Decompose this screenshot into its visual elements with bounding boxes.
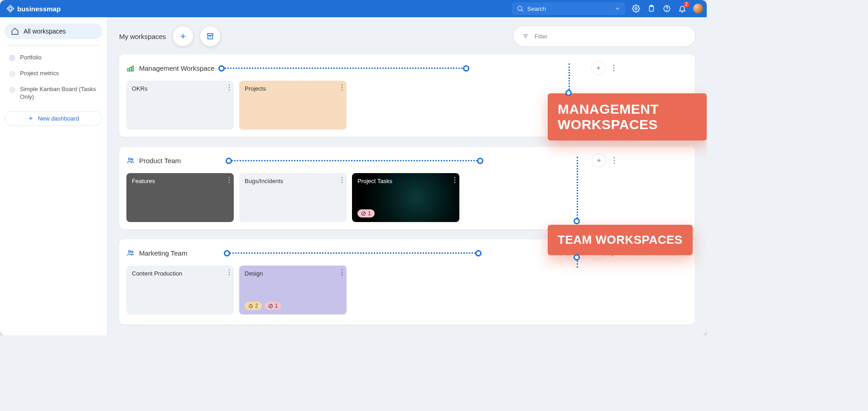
svg-point-49 xyxy=(129,251,131,253)
help-button[interactable] xyxy=(662,4,671,13)
blocked-badge: 1 xyxy=(265,302,282,310)
more-vertical-icon xyxy=(454,177,456,183)
svg-rect-18 xyxy=(130,68,132,71)
svg-point-24 xyxy=(613,70,615,72)
sidebar-item-project-metrics[interactable]: Project metrics xyxy=(5,67,102,80)
connector-ring xyxy=(574,218,580,224)
gear-icon xyxy=(632,5,640,13)
svg-point-43 xyxy=(342,182,342,183)
board-bugs-incidents[interactable]: Bugs/Incidents xyxy=(239,173,347,222)
workspace-title[interactable]: Marketing Team xyxy=(139,249,187,257)
topbar: businessmap Search 2 xyxy=(0,0,707,17)
board-more-button[interactable] xyxy=(228,84,230,91)
more-vertical-icon xyxy=(228,84,230,91)
notifications-button[interactable]: 2 xyxy=(678,4,687,13)
workspace-more-button[interactable] xyxy=(610,62,617,74)
svg-point-26 xyxy=(229,87,230,88)
team-icon xyxy=(126,249,135,257)
settings-button[interactable] xyxy=(632,4,641,13)
svg-rect-17 xyxy=(127,69,129,71)
board-title: Features xyxy=(132,178,228,184)
add-board-button[interactable] xyxy=(592,153,606,168)
board-title: Design xyxy=(245,270,341,277)
block-icon xyxy=(361,211,366,216)
brand[interactable]: businessmap xyxy=(6,5,61,13)
workspace-more-button[interactable] xyxy=(611,154,618,167)
divider xyxy=(7,45,100,46)
svg-line-48 xyxy=(362,212,365,215)
board-more-button[interactable] xyxy=(228,177,230,183)
svg-point-32 xyxy=(131,159,133,160)
svg-point-22 xyxy=(613,65,615,66)
svg-point-29 xyxy=(342,87,342,88)
svg-point-60 xyxy=(342,272,342,273)
sidebar-item-label: Project metrics xyxy=(20,70,59,77)
filter-icon xyxy=(522,33,529,40)
more-vertical-icon xyxy=(228,269,230,276)
filter-input[interactable]: Filter xyxy=(514,26,695,46)
svg-point-59 xyxy=(342,270,342,271)
plus-icon xyxy=(28,115,34,121)
workspace-title[interactable]: Product Team xyxy=(139,157,181,164)
callout-team-workspaces: TEAM WORKSPACES xyxy=(548,225,693,255)
connector-line xyxy=(227,252,478,254)
svg-point-40 xyxy=(229,182,230,183)
svg-point-25 xyxy=(229,85,230,86)
svg-point-23 xyxy=(613,68,615,69)
more-vertical-icon xyxy=(613,64,615,72)
sidebar-item-portfolio[interactable]: Portfolio xyxy=(5,51,102,64)
global-search[interactable]: Search xyxy=(512,2,625,15)
svg-point-41 xyxy=(342,177,342,178)
svg-line-64 xyxy=(269,305,272,307)
clock-icon xyxy=(248,304,253,309)
callout-text: MANAGEMENT WORKSPACES xyxy=(558,102,659,132)
svg-point-44 xyxy=(454,177,455,178)
connector-line xyxy=(222,68,466,69)
svg-point-39 xyxy=(229,179,230,180)
board-design[interactable]: Design 2 1 xyxy=(239,266,347,314)
badge-count: 2 xyxy=(255,303,258,309)
board-more-button[interactable] xyxy=(454,177,456,183)
connector-ring xyxy=(565,90,572,96)
sidebar-item-simple-kanban[interactable]: Simple Kanban Board (Tasks Only) xyxy=(5,83,102,104)
board-more-button[interactable] xyxy=(341,84,343,91)
org-icon xyxy=(126,64,135,72)
add-workspace-button[interactable] xyxy=(173,26,193,46)
topbar-actions: 2 xyxy=(632,4,703,14)
home-icon xyxy=(11,27,19,35)
svg-point-30 xyxy=(342,89,342,90)
board-more-button[interactable] xyxy=(341,269,343,276)
new-dashboard-button[interactable]: New dashboard xyxy=(5,111,102,126)
board-features[interactable]: Features xyxy=(126,173,234,222)
svg-point-27 xyxy=(229,89,230,90)
plus-icon xyxy=(596,157,602,164)
more-vertical-icon xyxy=(341,177,343,183)
svg-point-31 xyxy=(129,158,131,160)
user-avatar[interactable] xyxy=(693,4,703,14)
more-vertical-icon xyxy=(341,84,343,91)
board-projects[interactable]: Projects xyxy=(239,81,347,130)
board-more-button[interactable] xyxy=(228,269,230,276)
board-content-production[interactable]: Content Production xyxy=(126,266,234,314)
board-more-button[interactable] xyxy=(341,177,343,183)
help-icon xyxy=(663,5,671,13)
new-dashboard-label: New dashboard xyxy=(38,115,79,122)
svg-line-1 xyxy=(521,10,523,11)
svg-rect-12 xyxy=(208,35,213,39)
all-workspaces-link[interactable]: All workspaces xyxy=(5,24,102,39)
svg-point-46 xyxy=(454,182,455,183)
archive-button[interactable] xyxy=(200,26,220,46)
app-frame: businessmap Search 2 xyxy=(0,0,707,335)
workspace-product-team: Product Team xyxy=(119,147,695,229)
add-board-button[interactable] xyxy=(591,61,606,75)
board-okrs[interactable]: OKRs xyxy=(126,81,234,130)
board-project-tasks[interactable]: Project Tasks 1 xyxy=(352,173,459,222)
workspace-title[interactable]: Management Workspace xyxy=(139,64,214,72)
board-title: Bugs/Incidents xyxy=(245,178,341,184)
sidebar: All workspaces Portfolio Project metrics… xyxy=(0,17,107,335)
clipboard-button[interactable] xyxy=(647,4,656,13)
callout-text: TEAM WORKSPACES xyxy=(558,233,683,247)
dot-icon xyxy=(9,55,15,61)
page-title: My workspaces xyxy=(119,33,166,40)
svg-point-28 xyxy=(342,85,342,86)
